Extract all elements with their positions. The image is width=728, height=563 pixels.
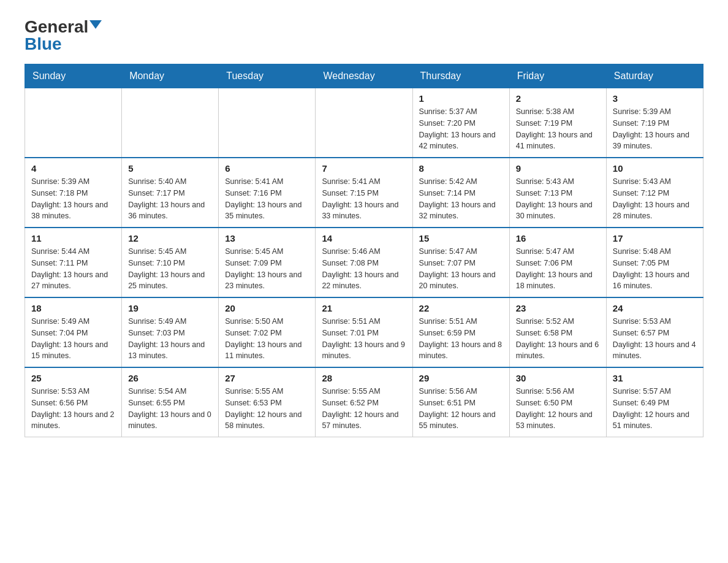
day-number: 1 [419,93,503,104]
day-info: Sunrise: 5:55 AM Sunset: 6:52 PM Dayligh… [322,386,406,432]
calendar-cell: 6Sunrise: 5:41 AM Sunset: 7:16 PM Daylig… [219,158,316,228]
calendar-cell: 13Sunrise: 5:45 AM Sunset: 7:09 PM Dayli… [219,228,316,297]
day-number: 5 [128,163,212,174]
day-info: Sunrise: 5:56 AM Sunset: 6:50 PM Dayligh… [516,386,600,432]
calendar-cell [219,88,316,158]
calendar-cell: 15Sunrise: 5:47 AM Sunset: 7:07 PM Dayli… [412,228,509,297]
day-info: Sunrise: 5:45 AM Sunset: 7:09 PM Dayligh… [225,246,309,292]
day-info: Sunrise: 5:52 AM Sunset: 6:58 PM Dayligh… [516,316,600,362]
day-number: 11 [31,233,115,243]
calendar-cell: 19Sunrise: 5:49 AM Sunset: 7:03 PM Dayli… [122,297,219,367]
calendar-week-row: 25Sunrise: 5:53 AM Sunset: 6:56 PM Dayli… [25,367,703,437]
calendar-cell: 9Sunrise: 5:43 AM Sunset: 7:13 PM Daylig… [509,158,606,228]
day-info: Sunrise: 5:45 AM Sunset: 7:10 PM Dayligh… [128,246,212,292]
calendar-cell: 1Sunrise: 5:37 AM Sunset: 7:20 PM Daylig… [412,88,509,158]
calendar-week-row: 18Sunrise: 5:49 AM Sunset: 7:04 PM Dayli… [25,297,703,367]
day-number: 25 [31,373,115,383]
day-number: 2 [516,93,600,104]
day-number: 21 [322,303,406,313]
day-info: Sunrise: 5:43 AM Sunset: 7:13 PM Dayligh… [516,176,600,222]
day-info: Sunrise: 5:56 AM Sunset: 6:51 PM Dayligh… [419,386,503,432]
calendar-cell: 3Sunrise: 5:39 AM Sunset: 7:19 PM Daylig… [606,88,703,158]
day-number: 20 [225,303,309,313]
day-info: Sunrise: 5:39 AM Sunset: 7:18 PM Dayligh… [31,176,115,222]
calendar-cell: 18Sunrise: 5:49 AM Sunset: 7:04 PM Dayli… [25,297,122,367]
calendar-cell: 27Sunrise: 5:55 AM Sunset: 6:53 PM Dayli… [219,367,316,437]
weekday-header-thursday: Thursday [412,64,509,88]
calendar-cell: 28Sunrise: 5:55 AM Sunset: 6:52 PM Dayli… [316,367,412,437]
day-number: 14 [322,233,406,243]
weekday-header-saturday: Saturday [606,64,703,88]
day-info: Sunrise: 5:42 AM Sunset: 7:14 PM Dayligh… [419,176,503,222]
day-info: Sunrise: 5:48 AM Sunset: 7:05 PM Dayligh… [613,246,697,292]
calendar-cell [25,88,122,158]
calendar-cell: 17Sunrise: 5:48 AM Sunset: 7:05 PM Dayli… [606,228,703,297]
day-number: 27 [225,373,309,383]
day-info: Sunrise: 5:40 AM Sunset: 7:17 PM Dayligh… [128,176,212,222]
calendar-cell: 16Sunrise: 5:47 AM Sunset: 7:06 PM Dayli… [509,228,606,297]
logo-triangle-icon [89,20,102,29]
calendar-cell: 22Sunrise: 5:51 AM Sunset: 6:59 PM Dayli… [412,297,509,367]
calendar-cell: 7Sunrise: 5:41 AM Sunset: 7:15 PM Daylig… [316,158,412,228]
weekday-header-tuesday: Tuesday [219,64,316,88]
day-info: Sunrise: 5:41 AM Sunset: 7:16 PM Dayligh… [225,176,309,222]
day-number: 8 [419,163,503,174]
weekday-header-monday: Monday [122,64,219,88]
day-info: Sunrise: 5:38 AM Sunset: 7:19 PM Dayligh… [516,106,600,152]
day-info: Sunrise: 5:57 AM Sunset: 6:49 PM Dayligh… [613,386,697,432]
weekday-header-wednesday: Wednesday [316,64,412,88]
day-info: Sunrise: 5:39 AM Sunset: 7:19 PM Dayligh… [613,106,697,152]
day-info: Sunrise: 5:47 AM Sunset: 7:07 PM Dayligh… [419,246,503,292]
day-info: Sunrise: 5:49 AM Sunset: 7:04 PM Dayligh… [31,316,115,362]
day-info: Sunrise: 5:51 AM Sunset: 6:59 PM Dayligh… [419,316,503,362]
day-number: 12 [128,233,212,243]
day-number: 4 [31,163,115,174]
calendar-cell: 8Sunrise: 5:42 AM Sunset: 7:14 PM Daylig… [412,158,509,228]
day-number: 16 [516,233,600,243]
day-number: 15 [419,233,503,243]
day-number: 18 [31,303,115,313]
day-info: Sunrise: 5:50 AM Sunset: 7:02 PM Dayligh… [225,316,309,362]
calendar-cell: 30Sunrise: 5:56 AM Sunset: 6:50 PM Dayli… [509,367,606,437]
calendar-cell [122,88,219,158]
day-number: 24 [613,303,697,313]
calendar-cell: 4Sunrise: 5:39 AM Sunset: 7:18 PM Daylig… [25,158,122,228]
calendar-cell: 25Sunrise: 5:53 AM Sunset: 6:56 PM Dayli… [25,367,122,437]
day-number: 9 [516,163,600,174]
day-info: Sunrise: 5:49 AM Sunset: 7:03 PM Dayligh… [128,316,212,362]
day-number: 7 [322,163,406,174]
day-info: Sunrise: 5:47 AM Sunset: 7:06 PM Dayligh… [516,246,600,292]
day-number: 6 [225,163,309,174]
calendar-week-row: 4Sunrise: 5:39 AM Sunset: 7:18 PM Daylig… [25,158,703,228]
day-info: Sunrise: 5:37 AM Sunset: 7:20 PM Dayligh… [419,106,503,152]
calendar-cell: 26Sunrise: 5:54 AM Sunset: 6:55 PM Dayli… [122,367,219,437]
weekday-header-row: SundayMondayTuesdayWednesdayThursdayFrid… [25,64,703,88]
calendar-cell: 14Sunrise: 5:46 AM Sunset: 7:08 PM Dayli… [316,228,412,297]
day-info: Sunrise: 5:46 AM Sunset: 7:08 PM Dayligh… [322,246,406,292]
day-number: 17 [613,233,697,243]
weekday-header-friday: Friday [509,64,606,88]
calendar-cell: 2Sunrise: 5:38 AM Sunset: 7:19 PM Daylig… [509,88,606,158]
day-number: 13 [225,233,309,243]
day-number: 26 [128,373,212,383]
calendar-week-row: 11Sunrise: 5:44 AM Sunset: 7:11 PM Dayli… [25,228,703,297]
calendar-cell: 31Sunrise: 5:57 AM Sunset: 6:49 PM Dayli… [606,367,703,437]
day-info: Sunrise: 5:44 AM Sunset: 7:11 PM Dayligh… [31,246,115,292]
day-number: 31 [613,373,697,383]
day-info: Sunrise: 5:55 AM Sunset: 6:53 PM Dayligh… [225,386,309,432]
logo: General Blue [25,18,102,53]
day-info: Sunrise: 5:43 AM Sunset: 7:12 PM Dayligh… [613,176,697,222]
day-number: 23 [516,303,600,313]
day-number: 30 [516,373,600,383]
calendar-cell: 20Sunrise: 5:50 AM Sunset: 7:02 PM Dayli… [219,297,316,367]
calendar-cell [316,88,412,158]
day-info: Sunrise: 5:51 AM Sunset: 7:01 PM Dayligh… [322,316,406,362]
calendar-cell: 5Sunrise: 5:40 AM Sunset: 7:17 PM Daylig… [122,158,219,228]
day-number: 28 [322,373,406,383]
day-info: Sunrise: 5:53 AM Sunset: 6:57 PM Dayligh… [613,316,697,362]
calendar-cell: 23Sunrise: 5:52 AM Sunset: 6:58 PM Dayli… [509,297,606,367]
day-number: 22 [419,303,503,313]
calendar-cell: 21Sunrise: 5:51 AM Sunset: 7:01 PM Dayli… [316,297,412,367]
day-number: 29 [419,373,503,383]
day-info: Sunrise: 5:53 AM Sunset: 6:56 PM Dayligh… [31,386,115,432]
